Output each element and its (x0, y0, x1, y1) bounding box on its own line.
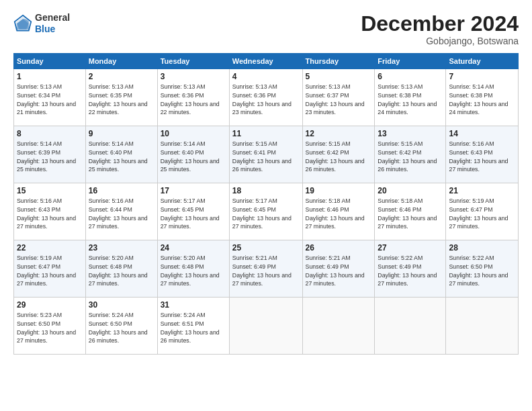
day-info: Sunrise: 5:14 AMSunset: 6:38 PMDaylight:… (449, 83, 515, 117)
calendar-cell (229, 298, 302, 355)
day-info: Sunrise: 5:14 AMSunset: 6:40 PMDaylight:… (161, 140, 226, 174)
calendar-cell: 12 Sunrise: 5:15 AMSunset: 6:42 PMDaylig… (302, 126, 375, 183)
day-info: Sunrise: 5:18 AMSunset: 6:46 PMDaylight:… (306, 197, 372, 231)
col-tuesday: Tuesday (157, 54, 229, 69)
day-number: 5 (306, 72, 372, 81)
day-info: Sunrise: 5:13 AMSunset: 6:35 PMDaylight:… (89, 83, 154, 117)
day-number: 13 (378, 129, 443, 138)
day-info: Sunrise: 5:24 AMSunset: 6:51 PMDaylight:… (161, 311, 226, 345)
calendar-cell: 25 Sunrise: 5:21 AMSunset: 6:49 PMDaylig… (229, 240, 302, 298)
calendar-cell: 30 Sunrise: 5:24 AMSunset: 6:50 PMDaylig… (85, 298, 157, 355)
calendar-row-3: 15 Sunrise: 5:16 AMSunset: 6:43 PMDaylig… (14, 183, 519, 240)
calendar-cell: 10 Sunrise: 5:14 AMSunset: 6:40 PMDaylig… (157, 126, 229, 183)
calendar-cell: 23 Sunrise: 5:20 AMSunset: 6:48 PMDaylig… (85, 240, 157, 298)
day-info: Sunrise: 5:13 AMSunset: 6:38 PMDaylight:… (378, 83, 443, 117)
title-block: December 2024 Gobojango, Botswana (361, 12, 519, 46)
day-number: 6 (378, 72, 443, 81)
logo-blue: Blue (35, 24, 70, 35)
col-wednesday: Wednesday (229, 54, 302, 69)
calendar-row-1: 1 Sunrise: 5:13 AMSunset: 6:34 PMDayligh… (14, 69, 519, 126)
day-number: 17 (161, 186, 226, 195)
calendar-cell: 15 Sunrise: 5:16 AMSunset: 6:43 PMDaylig… (14, 183, 86, 240)
calendar-cell: 28 Sunrise: 5:22 AMSunset: 6:50 PMDaylig… (446, 240, 519, 298)
logo: General Blue (13, 12, 70, 35)
day-number: 3 (161, 72, 226, 81)
calendar-row-5: 29 Sunrise: 5:23 AMSunset: 6:50 PMDaylig… (14, 298, 519, 355)
page: General Blue December 2024 Gobojango, Bo… (0, 0, 532, 411)
day-number: 18 (232, 186, 300, 195)
logo-icon (13, 14, 32, 33)
calendar-cell: 14 Sunrise: 5:16 AMSunset: 6:43 PMDaylig… (446, 126, 519, 183)
calendar-cell: 26 Sunrise: 5:21 AMSunset: 6:49 PMDaylig… (302, 240, 375, 298)
day-info: Sunrise: 5:13 AMSunset: 6:36 PMDaylight:… (161, 83, 226, 117)
day-number: 9 (89, 129, 154, 138)
day-info: Sunrise: 5:16 AMSunset: 6:44 PMDaylight:… (89, 197, 154, 231)
day-info: Sunrise: 5:21 AMSunset: 6:49 PMDaylight:… (232, 254, 300, 288)
calendar-cell: 13 Sunrise: 5:15 AMSunset: 6:42 PMDaylig… (375, 126, 446, 183)
day-number: 2 (89, 72, 154, 81)
col-sunday: Sunday (14, 54, 86, 69)
col-saturday: Saturday (446, 54, 519, 69)
day-number: 30 (89, 300, 154, 310)
day-info: Sunrise: 5:23 AMSunset: 6:50 PMDaylight:… (17, 311, 83, 345)
day-info: Sunrise: 5:19 AMSunset: 6:47 PMDaylight:… (17, 254, 83, 288)
day-info: Sunrise: 5:14 AMSunset: 6:39 PMDaylight:… (17, 140, 83, 174)
day-number: 28 (449, 243, 515, 253)
day-info: Sunrise: 5:24 AMSunset: 6:50 PMDaylight:… (89, 311, 154, 345)
calendar-cell: 19 Sunrise: 5:18 AMSunset: 6:46 PMDaylig… (302, 183, 375, 240)
day-number: 23 (89, 243, 154, 253)
day-number: 14 (449, 129, 515, 138)
day-number: 21 (449, 186, 515, 195)
calendar-cell: 31 Sunrise: 5:24 AMSunset: 6:51 PMDaylig… (157, 298, 229, 355)
day-number: 27 (378, 243, 443, 253)
col-monday: Monday (85, 54, 157, 69)
calendar-cell: 21 Sunrise: 5:19 AMSunset: 6:47 PMDaylig… (446, 183, 519, 240)
day-info: Sunrise: 5:15 AMSunset: 6:42 PMDaylight:… (378, 140, 443, 174)
day-info: Sunrise: 5:22 AMSunset: 6:49 PMDaylight:… (378, 254, 443, 288)
day-number: 1 (17, 72, 83, 81)
calendar-cell (375, 298, 446, 355)
calendar-cell: 29 Sunrise: 5:23 AMSunset: 6:50 PMDaylig… (14, 298, 86, 355)
day-number: 24 (161, 243, 226, 253)
calendar-cell: 18 Sunrise: 5:17 AMSunset: 6:45 PMDaylig… (229, 183, 302, 240)
day-info: Sunrise: 5:13 AMSunset: 6:34 PMDaylight:… (17, 83, 83, 117)
day-info: Sunrise: 5:21 AMSunset: 6:49 PMDaylight:… (306, 254, 372, 288)
day-number: 15 (17, 186, 83, 195)
calendar-cell: 7 Sunrise: 5:14 AMSunset: 6:38 PMDayligh… (446, 69, 519, 126)
calendar-cell: 4 Sunrise: 5:13 AMSunset: 6:36 PMDayligh… (229, 69, 302, 126)
day-number: 16 (89, 186, 154, 195)
day-info: Sunrise: 5:17 AMSunset: 6:45 PMDaylight:… (232, 197, 300, 231)
calendar-cell: 16 Sunrise: 5:16 AMSunset: 6:44 PMDaylig… (85, 183, 157, 240)
calendar-cell: 22 Sunrise: 5:19 AMSunset: 6:47 PMDaylig… (14, 240, 86, 298)
calendar-cell: 6 Sunrise: 5:13 AMSunset: 6:38 PMDayligh… (375, 69, 446, 126)
day-number: 25 (232, 243, 300, 253)
day-info: Sunrise: 5:16 AMSunset: 6:43 PMDaylight:… (17, 197, 83, 231)
calendar-cell: 1 Sunrise: 5:13 AMSunset: 6:34 PMDayligh… (14, 69, 86, 126)
col-thursday: Thursday (302, 54, 375, 69)
col-friday: Friday (375, 54, 446, 69)
calendar-row-4: 22 Sunrise: 5:19 AMSunset: 6:47 PMDaylig… (14, 240, 519, 298)
calendar-row-2: 8 Sunrise: 5:14 AMSunset: 6:39 PMDayligh… (14, 126, 519, 183)
calendar-cell: 27 Sunrise: 5:22 AMSunset: 6:49 PMDaylig… (375, 240, 446, 298)
day-number: 11 (232, 129, 300, 138)
logo-text: General Blue (35, 12, 70, 35)
day-number: 4 (232, 72, 300, 81)
calendar-cell (446, 298, 519, 355)
logo-general: General (35, 12, 70, 24)
calendar-cell: 3 Sunrise: 5:13 AMSunset: 6:36 PMDayligh… (157, 69, 229, 126)
day-number: 26 (306, 243, 372, 253)
day-info: Sunrise: 5:18 AMSunset: 6:46 PMDaylight:… (378, 197, 443, 231)
day-info: Sunrise: 5:16 AMSunset: 6:43 PMDaylight:… (449, 140, 515, 174)
day-info: Sunrise: 5:13 AMSunset: 6:37 PMDaylight:… (306, 83, 372, 117)
day-number: 19 (306, 186, 372, 195)
day-number: 31 (161, 300, 226, 310)
calendar-cell: 17 Sunrise: 5:17 AMSunset: 6:45 PMDaylig… (157, 183, 229, 240)
day-number: 29 (17, 300, 83, 310)
day-info: Sunrise: 5:15 AMSunset: 6:41 PMDaylight:… (232, 140, 300, 174)
calendar-cell: 5 Sunrise: 5:13 AMSunset: 6:37 PMDayligh… (302, 69, 375, 126)
day-number: 22 (17, 243, 83, 253)
calendar-header-row: Sunday Monday Tuesday Wednesday Thursday… (14, 54, 519, 69)
calendar-cell: 24 Sunrise: 5:20 AMSunset: 6:48 PMDaylig… (157, 240, 229, 298)
day-number: 8 (17, 129, 83, 138)
calendar-cell: 11 Sunrise: 5:15 AMSunset: 6:41 PMDaylig… (229, 126, 302, 183)
